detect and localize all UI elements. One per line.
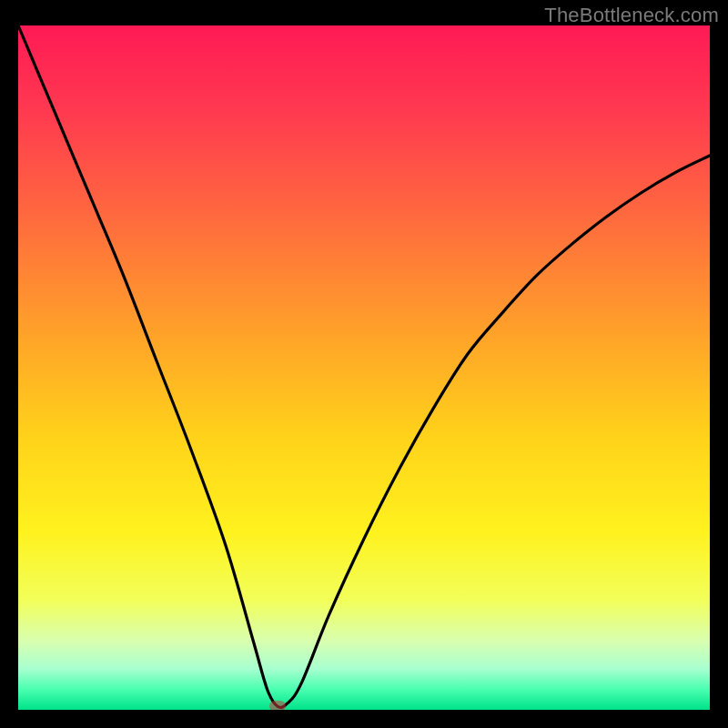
chart-svg [18,25,710,710]
watermark-text: TheBottleneck.com [544,4,719,27]
chart-frame: TheBottleneck.com [0,0,728,728]
gradient-background [18,25,710,710]
bottleneck-marker [269,701,286,710]
plot-area [18,25,710,710]
